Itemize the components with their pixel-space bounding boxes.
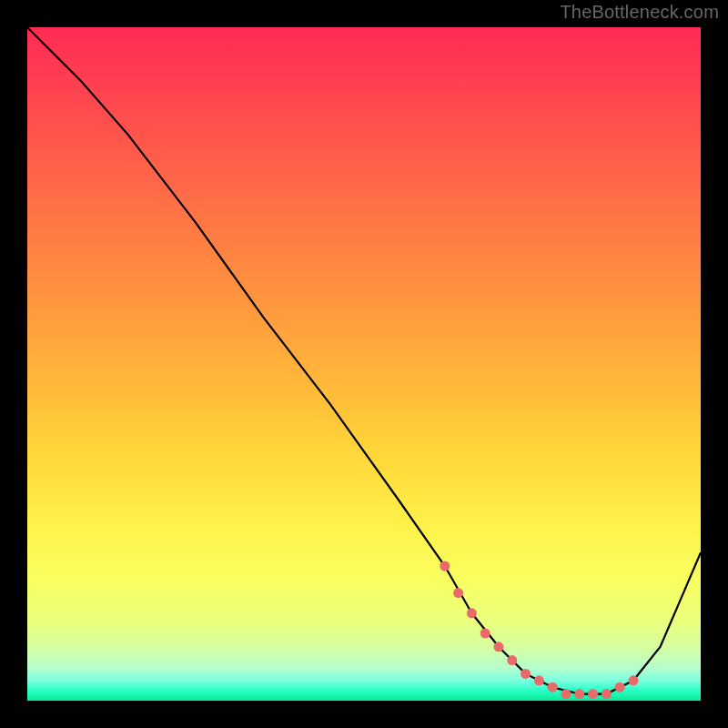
valley-marker	[629, 675, 639, 685]
valley-marker	[602, 689, 612, 699]
valley-marker	[507, 655, 517, 665]
bottleneck-curve	[27, 27, 701, 694]
valley-marker	[480, 629, 490, 639]
valley-marker	[467, 608, 477, 618]
valley-marker	[440, 561, 450, 571]
attribution-text: TheBottleneck.com	[560, 2, 719, 23]
valley-marker	[521, 669, 531, 679]
valley-marker	[588, 689, 598, 699]
valley-marker	[615, 682, 625, 693]
valley-marker	[453, 588, 463, 598]
valley-marker	[494, 642, 504, 652]
valley-marker	[534, 675, 544, 685]
chart-container: TheBottleneck.com	[0, 0, 728, 728]
curve-svg	[27, 27, 701, 701]
valley-marker	[574, 689, 584, 699]
valley-markers	[440, 561, 638, 700]
valley-marker	[548, 682, 558, 693]
valley-marker	[561, 689, 571, 699]
plot-area	[27, 27, 701, 701]
